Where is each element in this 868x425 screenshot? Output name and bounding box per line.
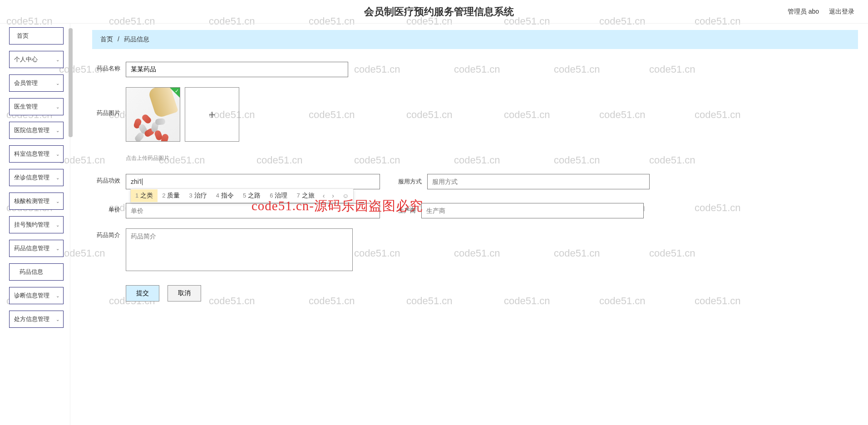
ime-candidate-5[interactable]: 5之路: [238, 189, 265, 202]
ime-candidate-7[interactable]: 7之旅: [292, 189, 319, 202]
ime-candidate-1[interactable]: 1之类: [131, 189, 158, 202]
sidebar-item-8[interactable]: 挂号预约管理⌄: [9, 216, 64, 233]
sidebar-item-0[interactable]: 首页: [9, 27, 64, 44]
input-price[interactable]: [126, 203, 380, 218]
label-method: 服用方式: [398, 178, 427, 186]
label-producer: 生产商: [398, 207, 421, 215]
sidebar: 首页个人中心⌄会员管理⌄医生管理⌄医院信息管理⌄科室信息管理⌄坐诊信息管理⌄核酸…: [0, 24, 70, 425]
sidebar-item-label: 坐诊信息管理: [14, 173, 49, 182]
app-header: 会员制医疗预约服务管理信息系统 管理员 abo 退出登录: [0, 0, 868, 24]
breadcrumb: 首页 / 药品信息: [92, 30, 858, 49]
sidebar-item-5[interactable]: 科室信息管理⌄: [9, 145, 64, 163]
sidebar-item-label: 医生管理: [14, 103, 38, 111]
sidebar-item-2[interactable]: 会员管理⌄: [9, 74, 64, 92]
sidebar-item-label: 诊断信息管理: [14, 292, 49, 300]
add-image-button[interactable]: +: [185, 87, 239, 142]
breadcrumb-sep: /: [118, 35, 119, 43]
chevron-down-icon: ⌄: [56, 81, 59, 86]
sidebar-item-7[interactable]: 核酸检测管理⌄: [9, 193, 64, 210]
sidebar-item-6[interactable]: 坐诊信息管理⌄: [9, 169, 64, 186]
ime-candidate-3[interactable]: 3治疗: [184, 189, 211, 202]
chevron-down-icon: ⌄: [56, 152, 59, 157]
main-content: 首页 / 药品信息 药品名称 药品图片: [70, 24, 868, 425]
sidebar-item-label: 处方信息管理: [14, 315, 49, 323]
label-drug-name: 药品名称: [97, 62, 126, 73]
app-title: 会员制医疗预约服务管理信息系统: [91, 5, 788, 19]
upload-success-badge-icon: [170, 88, 180, 98]
chevron-down-icon: ⌄: [56, 317, 59, 322]
ime-candidate-6[interactable]: 6治理: [265, 189, 292, 202]
sidebar-item-11[interactable]: 诊断信息管理⌄: [9, 287, 64, 304]
label-price: 单价: [97, 203, 126, 214]
input-efficacy[interactable]: zhi'l: [126, 174, 380, 189]
sidebar-item-label: 药品信息管理: [14, 244, 49, 252]
chevron-down-icon: ⌄: [56, 293, 59, 298]
ime-candidate-4[interactable]: 4指令: [212, 189, 238, 202]
ime-candidate-2[interactable]: 2质量: [158, 189, 184, 202]
chevron-down-icon: ⌄: [56, 175, 59, 180]
sidebar-item-9[interactable]: 药品信息管理⌄: [9, 240, 64, 257]
uploaded-image-thumb[interactable]: [126, 87, 180, 142]
chevron-down-icon: ⌄: [56, 222, 59, 227]
sidebar-item-label: 挂号预约管理: [14, 221, 49, 229]
sidebar-item-label: 个人中心: [14, 55, 38, 64]
chevron-down-icon: ⌄: [56, 57, 59, 62]
image-upload-hint: 点击上传药品图片: [126, 154, 853, 162]
input-producer[interactable]: [421, 203, 644, 218]
sidebar-item-label: 首页: [17, 32, 29, 40]
breadcrumb-root[interactable]: 首页: [100, 35, 113, 43]
input-method[interactable]: [427, 174, 650, 189]
cancel-button[interactable]: 取消: [168, 285, 201, 301]
logout-link[interactable]: 退出登录: [829, 8, 854, 16]
chevron-down-icon: ⌄: [56, 246, 59, 251]
label-efficacy: 药品功效: [97, 174, 126, 185]
ime-candidate-bar: 1之类2质量3治疗4指令5之路6治理7之旅‹›☺: [130, 188, 354, 203]
input-drug-name[interactable]: [126, 62, 348, 77]
sidebar-item-10[interactable]: 药品信息: [9, 263, 64, 281]
sidebar-item-label: 科室信息管理: [14, 150, 49, 158]
ime-next-icon[interactable]: ›: [328, 192, 338, 199]
sidebar-item-label: 会员管理: [14, 79, 38, 87]
ime-prev-icon[interactable]: ‹: [319, 192, 329, 199]
label-drug-image: 药品图片: [97, 87, 126, 117]
ime-emoji-icon[interactable]: ☺: [338, 192, 353, 199]
admin-label[interactable]: 管理员 abo: [788, 8, 819, 16]
sidebar-item-12[interactable]: 处方信息管理⌄: [9, 311, 64, 328]
breadcrumb-current: 药品信息: [124, 35, 149, 43]
submit-button[interactable]: 提交: [126, 285, 159, 301]
sidebar-item-label: 药品信息: [20, 268, 43, 276]
sidebar-item-4[interactable]: 医院信息管理⌄: [9, 122, 64, 139]
sidebar-scrollbar[interactable]: [69, 28, 73, 137]
chevron-down-icon: ⌄: [56, 128, 59, 133]
sidebar-item-3[interactable]: 医生管理⌄: [9, 98, 64, 115]
sidebar-item-label: 核酸检测管理: [14, 197, 49, 205]
sidebar-item-1[interactable]: 个人中心⌄: [9, 51, 64, 68]
input-intro[interactable]: [126, 228, 353, 271]
label-intro: 药品简介: [97, 228, 126, 239]
sidebar-item-label: 医院信息管理: [14, 126, 49, 134]
chevron-down-icon: ⌄: [56, 199, 59, 204]
chevron-down-icon: ⌄: [56, 104, 59, 109]
plus-icon: +: [208, 109, 215, 120]
